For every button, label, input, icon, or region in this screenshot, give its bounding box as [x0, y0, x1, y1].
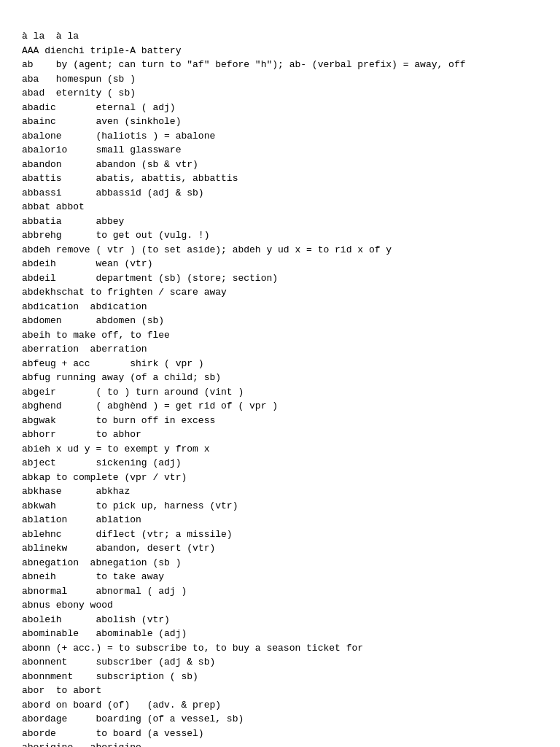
dictionary-page: à la à la AAA dienchi triple-A battery a…: [22, 29, 538, 747]
